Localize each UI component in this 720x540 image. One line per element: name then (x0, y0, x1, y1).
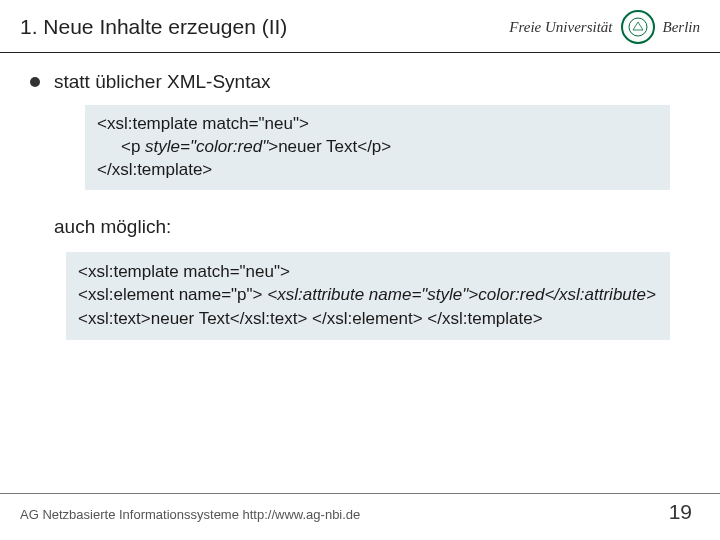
code-line: </xsl:template> (427, 309, 542, 328)
also-possible-label: auch möglich: (54, 216, 690, 238)
university-city: Berlin (663, 19, 701, 36)
page-number: 19 (669, 500, 700, 524)
slide-footer: AG Netzbasierte Informationssysteme http… (0, 493, 720, 524)
slide-content: statt üblicher XML-Syntax <xsl:template … (0, 53, 720, 340)
code-line: <xsl:attribute name="style">color:red</x… (267, 285, 656, 304)
code-emphasis: color:red (478, 285, 544, 304)
code-block-2: <xsl:template match="neu"> <xsl:element … (66, 252, 670, 340)
code-line: <xsl:template match="neu"> (97, 114, 309, 133)
code-emphasis: </xsl:attribute> (544, 285, 656, 304)
bullet-item: statt üblicher XML-Syntax (30, 71, 690, 93)
university-seal-icon (621, 10, 655, 44)
university-name: Freie Universität (509, 19, 612, 36)
code-block-1: <xsl:template match="neu"> <p style="col… (85, 105, 670, 190)
code-line: </xsl:template> (97, 160, 212, 179)
code-line: <p style="color:red">neuer Text</p> (97, 136, 658, 159)
code-line: </xsl:element> (312, 309, 423, 328)
svg-point-0 (629, 18, 647, 36)
code-line: <xsl:element name="p"> (78, 285, 263, 304)
bullet-text: statt üblicher XML-Syntax (54, 71, 270, 93)
code-line: <xsl:text>neuer Text</xsl:text> (78, 309, 307, 328)
uni-prefix: Freie Universität (509, 19, 612, 35)
code-line: <xsl:template match="neu"> (78, 262, 290, 281)
slide-title: 1. Neue Inhalte erzeugen (II) (20, 15, 287, 39)
bullet-icon (30, 77, 40, 87)
code-emphasis: <xsl:attribute name="style"> (267, 285, 478, 304)
uni-city: Berlin (663, 19, 701, 35)
slide-header: 1. Neue Inhalte erzeugen (II) Freie Univ… (0, 0, 720, 53)
footer-text: AG Netzbasierte Informationssysteme http… (20, 507, 360, 522)
code-emphasis: style="color:red" (145, 137, 268, 156)
university-logo: Freie Universität Berlin (509, 10, 700, 44)
